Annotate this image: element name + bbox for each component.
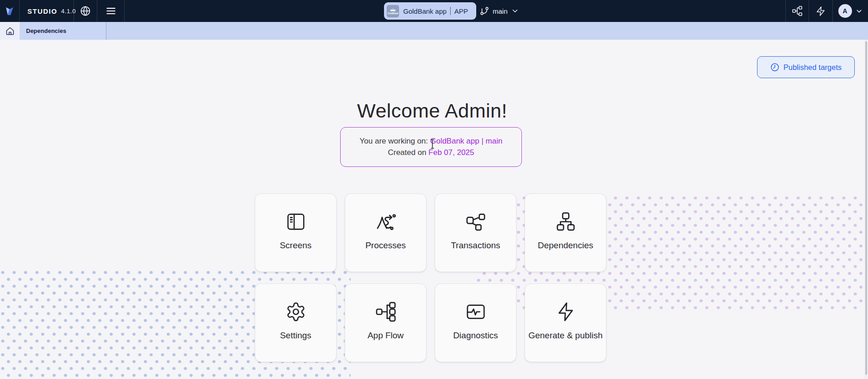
processes-icon	[375, 211, 396, 232]
branch-selector[interactable]: main	[479, 0, 519, 22]
crown-icon	[389, 8, 396, 12]
card-label: Settings	[280, 331, 311, 341]
quick-actions-button[interactable]	[809, 0, 832, 22]
page-title: Welcome Admin!	[0, 100, 864, 122]
hamburger-menu-icon	[105, 5, 117, 17]
main-menu-button[interactable]	[97, 0, 125, 22]
user-menu[interactable]: A	[832, 0, 868, 22]
published-targets-label: Published targets	[784, 63, 842, 72]
language-button[interactable]	[74, 0, 97, 22]
app-type-badge: APP	[454, 7, 468, 15]
card-settings[interactable]: Settings	[255, 283, 337, 362]
studio-logo	[0, 0, 20, 22]
card-label: Screens	[280, 240, 312, 251]
product-title: STUDIO 4.1.0	[20, 0, 74, 22]
chevron-down-icon	[855, 7, 863, 15]
chevron-down-icon	[511, 7, 519, 15]
product-name: STUDIO	[27, 7, 58, 15]
topbar-right-group: A	[785, 0, 868, 22]
hierarchy-icon	[792, 5, 803, 16]
lightning-icon	[815, 6, 826, 16]
generate-publish-icon	[555, 301, 576, 322]
app-selector-pill[interactable]: GoldBank GoldBank app APP	[384, 2, 476, 20]
vertical-scrollbar[interactable]	[864, 40, 868, 379]
globe-icon	[80, 5, 91, 16]
working-on-link[interactable]: GoldBank app | main	[430, 137, 502, 145]
app-name: GoldBank app	[403, 7, 447, 15]
pill-divider	[450, 7, 451, 15]
scrollbar-thumb[interactable]	[865, 41, 867, 375]
app-flow-icon	[375, 301, 396, 322]
tab-dependencies[interactable]: Dependencies	[20, 22, 106, 40]
studio-logo-icon	[4, 5, 15, 16]
goldbank-logo-text: GoldBank	[388, 12, 399, 15]
created-date-link[interactable]: Feb 07, 2025	[428, 148, 474, 157]
tab-bar: Dependencies	[0, 22, 868, 40]
card-generate-publish[interactable]: Generate & publish	[525, 283, 606, 362]
created-on-line: Created on Feb 07, 2025	[388, 148, 474, 157]
git-branch-icon	[479, 6, 489, 16]
card-label: Processes	[365, 240, 406, 251]
card-dependencies[interactable]: Dependencies	[525, 193, 606, 272]
dependencies-icon	[555, 211, 576, 232]
app-pill-label: GoldBank app APP	[403, 7, 468, 15]
diagnostics-icon	[465, 301, 486, 322]
navigation-card-grid: Screens Processes Transactions	[255, 193, 606, 362]
card-label: Dependencies	[538, 240, 593, 251]
card-label: App Flow	[368, 331, 404, 341]
published-targets-button[interactable]: Published targets	[757, 56, 855, 78]
home-tab-button[interactable]	[0, 22, 20, 40]
screens-icon	[285, 211, 306, 232]
card-label: Transactions	[451, 240, 500, 251]
clock-icon	[770, 63, 779, 72]
working-on-prefix: You are working on:	[360, 137, 430, 145]
created-prefix: Created on	[388, 148, 428, 157]
transactions-icon	[465, 211, 486, 232]
avatar: A	[838, 4, 852, 18]
goldbank-logo: GoldBank	[387, 5, 399, 17]
card-diagnostics[interactable]: Diagnostics	[435, 283, 516, 362]
branch-name: main	[493, 7, 508, 15]
card-transactions[interactable]: Transactions	[435, 193, 516, 272]
app-window: STUDIO 4.1.0 GoldBank GoldBank ap	[0, 0, 868, 379]
card-processes[interactable]: Processes	[345, 193, 426, 272]
home-icon	[5, 27, 15, 36]
card-screens[interactable]: Screens	[255, 193, 337, 272]
settings-icon	[285, 301, 306, 322]
tab-label: Dependencies	[26, 27, 66, 34]
card-label: Diagnostics	[453, 331, 498, 341]
card-label: Generate & publish	[528, 331, 603, 341]
hierarchy-button[interactable]	[785, 0, 809, 22]
text-cursor	[430, 139, 435, 149]
card-app-flow[interactable]: App Flow	[345, 283, 426, 362]
top-bar: STUDIO 4.1.0 GoldBank GoldBank ap	[0, 0, 868, 22]
